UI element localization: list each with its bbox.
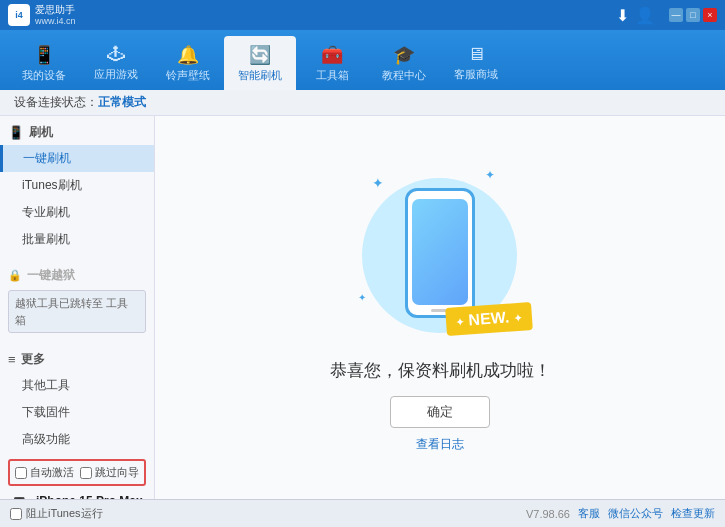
logo-text: 爱思助手 www.i4.cn	[35, 3, 76, 28]
log-link[interactable]: 查看日志	[416, 436, 464, 453]
sidebar-section-more: ≡ 更多	[0, 345, 154, 372]
nav-icon-apps: 🕹	[107, 44, 125, 65]
confirm-button[interactable]: 确定	[390, 396, 490, 428]
star-icon-1: ✦	[372, 175, 384, 191]
phone-screen	[412, 199, 468, 305]
star-icon-2: ✦	[485, 168, 495, 182]
sidebar-item-batch-flash[interactable]: 批量刷机	[0, 226, 154, 253]
auto-activate-checkbox[interactable]: 自动激活	[15, 465, 74, 480]
device-info: 📱 iPhone 15 Pro Max 512GB iPhone	[0, 490, 154, 499]
nav-item-store[interactable]: 🖥 客服商域	[440, 36, 512, 90]
auto-activate-input[interactable]	[15, 467, 27, 479]
nav-item-ringtone[interactable]: 🔔 铃声壁纸	[152, 36, 224, 90]
itunes-label-text: 阻止iTunes运行	[26, 506, 103, 521]
logo-area: i4 爱思助手 www.i4.cn	[8, 3, 76, 28]
win-max-btn[interactable]: □	[686, 8, 700, 22]
redirect-checkbox[interactable]: 跳过向导	[80, 465, 139, 480]
nav-icon-toolbox: 🧰	[321, 44, 343, 66]
nav-icon-tutorial: 🎓	[393, 44, 415, 66]
phone-body	[405, 188, 475, 318]
nav-item-toolbox[interactable]: 🧰 工具箱	[296, 36, 368, 90]
nav-item-my-device[interactable]: 📱 我的设备	[8, 36, 80, 90]
redirect-input[interactable]	[80, 467, 92, 479]
nav-label-store: 客服商域	[454, 67, 498, 82]
sidebar-item-other-tools[interactable]: 其他工具	[0, 372, 154, 399]
win-controls: — □ ×	[669, 8, 717, 22]
sidebar-section-flash-header: 📱 刷机	[8, 122, 146, 143]
nav-icon-smart-flash: 🔄	[249, 44, 271, 66]
sidebar-item-advanced[interactable]: 高级功能	[0, 426, 154, 453]
nav-download-btn[interactable]: ⬇	[616, 6, 629, 25]
nav-label-apps: 应用游戏	[94, 67, 138, 82]
phone-graphic: ✦ ✦ ✦ ✦ NEW. ✦	[340, 163, 540, 353]
nav-item-smart-flash[interactable]: 🔄 智能刷机	[224, 36, 296, 90]
star-icon-3: ✦	[358, 292, 366, 303]
sidebar-section-flash: 📱 刷机	[0, 116, 154, 145]
more-section-icon: ≡	[8, 352, 16, 367]
sidebar-item-itunes-flash[interactable]: iTunes刷机	[0, 172, 154, 199]
main-area: 📱 刷机 一键刷机 iTunes刷机 专业刷机 批量刷机 🔒 一键越狱 越狱工具…	[0, 116, 725, 499]
sidebar-section-jailbreak: 🔒 一键越狱	[0, 261, 154, 288]
nav-label-ringtone: 铃声壁纸	[166, 68, 210, 83]
nav-label-toolbox: 工具箱	[316, 68, 349, 83]
status-label: 设备连接状态：	[14, 94, 98, 111]
nav-icon-store: 🖥	[467, 44, 485, 65]
sidebar-item-download-fw[interactable]: 下载固件	[0, 399, 154, 426]
nav-item-apps[interactable]: 🕹 应用游戏	[80, 36, 152, 90]
status-mode: 正常模式	[98, 94, 146, 111]
device-phone-icon: 📱	[8, 496, 30, 499]
sidebar-item-pro-flash[interactable]: 专业刷机	[0, 199, 154, 226]
content-area: ✦ ✦ ✦ ✦ NEW. ✦ 恭喜您，保资料刷机成功啦！ 确定 查看日志	[155, 116, 725, 499]
sidebar-section-jailbreak-header: 🔒 一键越狱	[8, 265, 146, 286]
bottom-link-support[interactable]: 客服	[578, 506, 600, 521]
success-title: 恭喜您，保资料刷机成功啦！	[330, 359, 551, 382]
status-bar: 设备连接状态： 正常模式	[0, 90, 725, 116]
sidebar: 📱 刷机 一键刷机 iTunes刷机 专业刷机 批量刷机 🔒 一键越狱 越狱工具…	[0, 116, 155, 499]
nav-icon-my-device: 📱	[33, 44, 55, 66]
nav-bar: 📱 我的设备 🕹 应用游戏 🔔 铃声壁纸 🔄 智能刷机 🧰 工具箱 🎓 教程中心…	[0, 30, 725, 90]
nav-label-smart-flash: 智能刷机	[238, 68, 282, 83]
bottom-link-wechat[interactable]: 微信公众号	[608, 506, 663, 521]
flash-section-icon: 📱	[8, 125, 24, 140]
bottom-link-update[interactable]: 检查更新	[671, 506, 715, 521]
top-bar: i4 爱思助手 www.i4.cn ⬇ 👤 — □ ×	[0, 0, 725, 30]
nav-item-tutorial[interactable]: 🎓 教程中心	[368, 36, 440, 90]
device-name: iPhone 15 Pro Max	[36, 494, 143, 499]
lock-icon: 🔒	[8, 269, 22, 282]
version-text: V7.98.66	[526, 508, 570, 520]
itunes-checkbox-label[interactable]: 阻止iTunes运行	[10, 506, 103, 521]
sidebar-item-one-key-flash[interactable]: 一键刷机	[0, 145, 154, 172]
new-badge-arrows-left: ✦	[456, 316, 465, 328]
new-badge-arrows-right: ✦	[514, 312, 523, 324]
nav-icon-ringtone: 🔔	[177, 44, 199, 66]
itunes-checkbox[interactable]	[10, 508, 22, 520]
nav-label-tutorial: 教程中心	[382, 68, 426, 83]
logo-icon: i4	[8, 4, 30, 26]
device-details: iPhone 15 Pro Max 512GB iPhone	[36, 494, 143, 499]
win-min-btn[interactable]: —	[669, 8, 683, 22]
win-close-btn[interactable]: ×	[703, 8, 717, 22]
nav-label-my-device: 我的设备	[22, 68, 66, 83]
sidebar-jailbreak-notice: 越狱工具已跳转至 工具箱	[8, 290, 146, 333]
new-badge: ✦ NEW. ✦	[445, 302, 533, 336]
sidebar-section-more-header: ≡ 更多	[8, 349, 146, 370]
nav-user-btn[interactable]: 👤	[635, 6, 655, 25]
device-checkboxes-area: 自动激活 跳过向导	[8, 459, 146, 486]
bottom-bar: 阻止iTunes运行 V7.98.66 客服 微信公众号 检查更新	[0, 499, 725, 527]
